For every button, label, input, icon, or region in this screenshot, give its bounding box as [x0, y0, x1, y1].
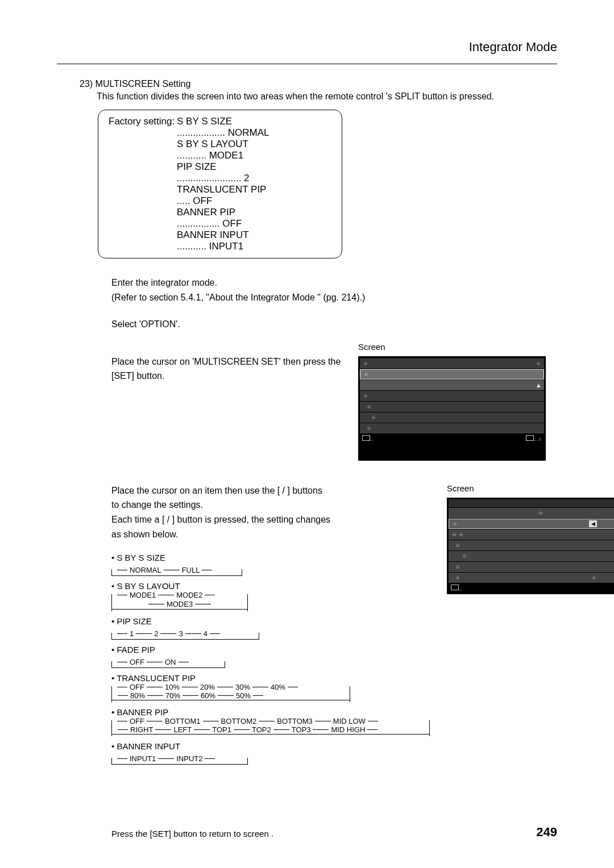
step-4-line2: to change the settings. [57, 498, 430, 512]
section-description: This function divides the screen into tw… [57, 91, 557, 102]
menu-icon [362, 435, 370, 441]
osd-screen-1: ☆☆ ☆ ▲ ☆ ☆ ☆ ☆ ......☆ [358, 356, 546, 461]
parameter-list: • S BY S SIZE NORMAL FULL • S BY S LAYOU… [57, 553, 430, 763]
factory-setting-box: Factory setting: S BY S SIZE ...........… [98, 110, 342, 258]
header-title: Integrator Mode [469, 40, 557, 54]
step-3-line1: Place the cursor on 'MULTISCREEN SET' th… [57, 354, 341, 369]
screen-label-2: Screen [447, 483, 614, 493]
page-number: 249 [536, 825, 557, 840]
menu-icon [451, 585, 459, 590]
screen-label-1: Screen [358, 342, 557, 352]
step-4-line3: Each time a [ / ] button is pressed, the… [57, 512, 430, 527]
menu-icon [526, 435, 534, 441]
arrow-left-icon: ◀ [589, 520, 597, 527]
step-2: Select 'OPTION'. [57, 317, 557, 332]
osd-screen-2: ☆ ☆ ◀ ▶ ☆☆ ☆ ☆ ☆ ☆☆ ......☆ [447, 498, 614, 594]
step-4-line1: Place the cursor on an item then use the… [57, 483, 430, 498]
page-header: Integrator Mode [57, 40, 557, 64]
step-1-line1: Enter the integrator mode. [57, 276, 557, 290]
section-heading: 23) MULTISCREEN Setting [57, 79, 557, 89]
step-3-line2: [SET] button. [57, 369, 341, 383]
step-1-line2: (Refer to section 5.4.1, "About the Inte… [57, 290, 557, 305]
footer-note: Press the [SET] button to return to scre… [111, 829, 273, 838]
scroll-up-icon: ▲ [536, 382, 542, 389]
step-4-line4: as shown below. [57, 527, 430, 542]
